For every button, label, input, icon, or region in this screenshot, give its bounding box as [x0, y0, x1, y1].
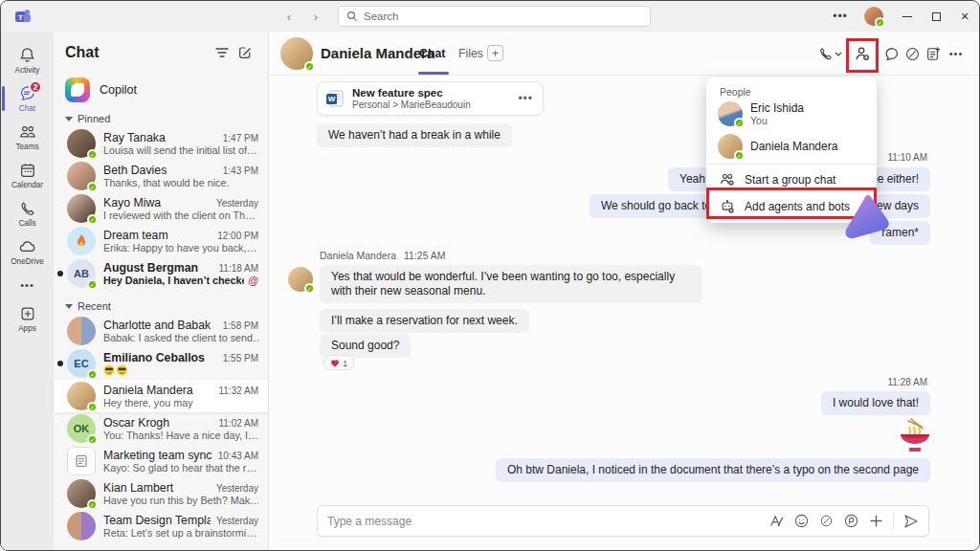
- copilot-button[interactable]: [902, 44, 922, 63]
- pop-out-chat-button[interactable]: [881, 44, 901, 63]
- avatar: ✓: [718, 101, 743, 126]
- rail-item-calendar[interactable]: Calendar: [1, 156, 54, 194]
- call-button[interactable]: [816, 44, 835, 63]
- format-button[interactable]: [768, 513, 785, 529]
- rail-more-button[interactable]: •••: [1, 271, 54, 299]
- svg-text:W: W: [328, 95, 336, 103]
- presence-badge: ✓: [87, 369, 98, 380]
- attach-plus-button[interactable]: [868, 513, 884, 529]
- file-more-button[interactable]: •••: [516, 92, 535, 105]
- chat-row-oscar-krogh[interactable]: OK✓ Oscar Krogh11:02 AM You: Thanks! Hav…: [54, 412, 268, 445]
- loop-button[interactable]: [843, 513, 859, 529]
- tab-chat[interactable]: Chat: [419, 47, 445, 60]
- chat-row-august-bergman[interactable]: AB✓ August Bergman11:18 AM Hey Daniela, …: [54, 257, 268, 290]
- member-eric-ishida[interactable]: ✓ Eric Ishida You: [706, 99, 877, 129]
- rail-item-calls[interactable]: Calls: [1, 194, 54, 232]
- calendar-icon: [19, 162, 36, 179]
- back-button[interactable]: ‹: [280, 7, 298, 26]
- rail-item-teams[interactable]: Teams: [1, 118, 54, 156]
- avatar: ✓: [67, 162, 96, 190]
- titlebar-more-button[interactable]: •••: [826, 10, 855, 23]
- teams-people-icon: [18, 122, 37, 141]
- rail-item-onedrive[interactable]: OneDrive: [1, 232, 54, 271]
- pinned-section-header[interactable]: Pinned: [54, 110, 268, 127]
- chat-row-dream-team[interactable]: Dream team12:00 PM Erika: Happy to have …: [54, 225, 268, 257]
- search-icon: [346, 11, 358, 22]
- app-rail: Activity Chat 2 Teams Calendar Calls: [1, 32, 54, 550]
- heart-icon: [330, 359, 340, 367]
- message-received: Yes that would be wonderful. I’ve been w…: [320, 265, 702, 303]
- search-input[interactable]: [364, 11, 642, 22]
- format-icon: [769, 515, 784, 528]
- forward-button[interactable]: ›: [307, 7, 324, 26]
- ellipsis-icon: •••: [20, 279, 34, 291]
- chat-row-emiliano-ceballos[interactable]: EC✓ Emiliano Ceballos1:55 PM: [54, 347, 268, 380]
- cloud-icon: [17, 238, 37, 255]
- maximize-button[interactable]: [922, 1, 950, 32]
- tab-files[interactable]: Files: [458, 47, 483, 60]
- file-card[interactable]: W New feature spec Personal > MarieBeaud…: [317, 81, 544, 116]
- avatar: OK✓: [67, 414, 96, 443]
- avatar: [67, 317, 96, 345]
- plus-icon: [870, 515, 882, 527]
- peer-avatar[interactable]: ✓: [280, 37, 313, 70]
- chat-row-beth-davies[interactable]: ✓ Beth Davies1:43 PM Thanks, that would …: [54, 160, 268, 192]
- minimize-button[interactable]: [893, 1, 922, 32]
- chat-row-team-design-template[interactable]: Team Design TemplateYesterday Reta: Let’…: [54, 510, 268, 542]
- peer-name: Daniela Mandera: [321, 45, 434, 61]
- loop-icon: [844, 514, 858, 528]
- chat-bubble-icon: [883, 46, 900, 62]
- copilot-entry[interactable]: Copilot: [54, 74, 268, 106]
- add-people-button[interactable]: [853, 44, 872, 63]
- rail-item-apps[interactable]: Apps: [1, 299, 54, 338]
- more-options-button[interactable]: •••: [947, 44, 966, 63]
- presence-badge: ✓: [875, 17, 885, 28]
- active-tab-indicator: [418, 72, 449, 75]
- avatar: ✓: [67, 194, 96, 223]
- chat-list-panel: Chat Copilot Pinned ✓ Ray Tanaka1:47 PM …: [54, 32, 269, 550]
- filter-icon: [215, 47, 229, 58]
- call-options-chevron-icon[interactable]: [834, 44, 843, 63]
- reaction-count: 1: [343, 358, 347, 368]
- person-add-icon: [854, 45, 871, 62]
- rail-item-activity[interactable]: Activity: [1, 41, 54, 79]
- copilot-compose-button[interactable]: [818, 513, 835, 529]
- sender-name: Daniela Mandera: [320, 250, 396, 261]
- avatar: [67, 447, 96, 475]
- add-tab-button[interactable]: +: [487, 45, 503, 61]
- unread-badge: 2: [29, 80, 42, 94]
- filter-button[interactable]: [211, 41, 234, 64]
- chat-row-daniela-mandera[interactable]: ✓ Daniela Mandera11:32 AM Hey there, you…: [54, 380, 268, 412]
- meeting-notes-button[interactable]: [924, 44, 943, 63]
- phone-icon: [818, 46, 834, 61]
- presence-badge: ✓: [734, 150, 745, 161]
- timestamp: 11:10 AM: [887, 152, 927, 163]
- start-group-chat-item[interactable]: Start a group chat: [706, 167, 877, 192]
- file-path: Personal > MarieBeaudouin: [352, 99, 508, 111]
- teams-window: T ‹ › ••• ✓ ✕ Activity: [0, 0, 980, 551]
- chat-row-charlotte-babak[interactable]: Charlotte and Babak1:58 PM Babak: I aske…: [54, 315, 268, 347]
- member-daniela-mandera[interactable]: ✓ Daniela Mandera: [706, 131, 877, 162]
- recent-section-header[interactable]: Recent: [54, 298, 268, 315]
- heart-reaction-pill[interactable]: 1: [323, 355, 354, 370]
- panel-title: Chat: [65, 44, 211, 61]
- avatar: [67, 227, 96, 255]
- chat-row-kayo-miwa[interactable]: ✓ Kayo MiwaYesterday I reviewed with the…: [54, 192, 268, 225]
- rail-item-chat[interactable]: Chat 2: [1, 79, 54, 118]
- copilot-icon: [904, 46, 921, 62]
- send-button[interactable]: [902, 513, 919, 529]
- avatar: ✓: [67, 479, 96, 508]
- chat-row-ray-tanaka[interactable]: ✓ Ray Tanaka1:47 PM Louisa will send the…: [54, 127, 268, 160]
- user-avatar[interactable]: ✓: [864, 7, 883, 26]
- ellipsis-icon: •••: [949, 48, 964, 59]
- chat-row-marketing-team-sync[interactable]: Marketing team sync10:43 AM Kayo: So gla…: [54, 445, 268, 477]
- sunglasses-emoji-icon: [103, 364, 128, 376]
- teams-logo-icon: T: [14, 8, 32, 25]
- new-chat-button[interactable]: [234, 41, 256, 64]
- close-button[interactable]: ✕: [950, 1, 979, 32]
- word-file-icon: W: [325, 89, 345, 108]
- emoji-button[interactable]: [793, 513, 810, 529]
- chat-row-kian-lambert[interactable]: ✓ Kian LambertYesterday Have you run thi…: [54, 477, 268, 510]
- message-input[interactable]: [327, 515, 760, 528]
- search-box[interactable]: [338, 6, 651, 27]
